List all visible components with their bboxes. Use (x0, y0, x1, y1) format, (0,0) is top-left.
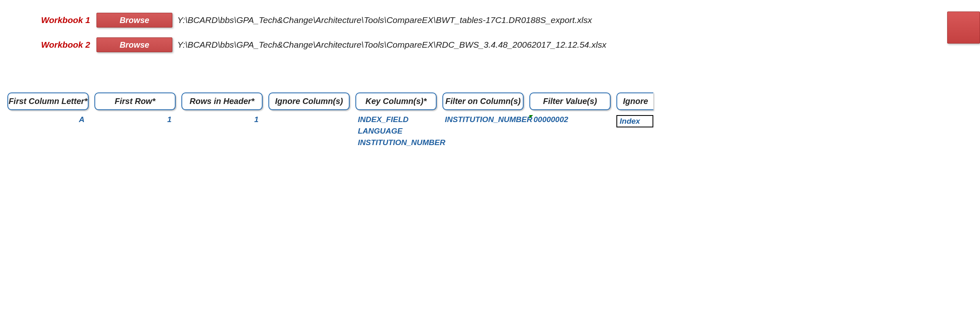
value-key-column-1[interactable]: LANGUAGE (355, 127, 437, 136)
value-key-column-2[interactable]: INSTITUTION_NUMBER (355, 138, 437, 147)
column-first-row: First Row* 1 (94, 92, 176, 124)
value-filter-on-columns[interactable]: INSTITUTION_NUMBER (442, 115, 524, 124)
workbook-section: Workbook 1 Browse Y:\BCARD\bbs\GPA_Tech&… (0, 0, 980, 53)
value-first-row[interactable]: 1 (94, 115, 176, 124)
column-key-columns: Key Column(s)* INDEX_FIELD LANGUAGE INST… (355, 92, 437, 147)
header-filter-on-columns[interactable]: Filter on Column(s) (442, 92, 524, 110)
value-ignore-2: Index (620, 117, 640, 125)
column-filter-values: Filter Value(s) 00000002 (529, 92, 611, 126)
column-ignore-columns: Ignore Column(s) (268, 92, 350, 115)
columns-section: First Column Letter* A First Row* 1 Rows… (0, 62, 980, 147)
workbook1-label: Workbook 1 (41, 15, 94, 25)
value-filter-values-text: 00000002 (534, 115, 568, 124)
column-rows-in-header: Rows in Header* 1 (181, 92, 263, 124)
workbook1-path: Y:\BCARD\bbs\GPA_Tech&Change\Architectur… (177, 15, 592, 25)
value-key-column-0[interactable]: INDEX_FIELD (355, 115, 437, 124)
workbook2-path: Y:\BCARD\bbs\GPA_Tech&Change\Architectur… (177, 40, 607, 50)
error-indicator-icon (529, 115, 533, 119)
action-button[interactable] (947, 12, 980, 44)
browse-button-2[interactable]: Browse (96, 37, 172, 52)
header-first-row[interactable]: First Row* (94, 92, 176, 110)
value-rows-in-header[interactable]: 1 (181, 115, 263, 124)
header-ignore-columns[interactable]: Ignore Column(s) (268, 92, 350, 110)
column-first-letter: First Column Letter* A (7, 92, 89, 124)
value-first-column-letter[interactable]: A (7, 115, 89, 124)
column-ignore-2: Ignore Index (616, 92, 653, 127)
workbook1-row: Workbook 1 Browse Y:\BCARD\bbs\GPA_Tech&… (41, 12, 980, 28)
header-key-columns[interactable]: Key Column(s)* (355, 92, 437, 110)
workbook2-label: Workbook 2 (41, 40, 94, 50)
header-ignore-2[interactable]: Ignore (616, 92, 653, 110)
browse-button-1[interactable]: Browse (96, 13, 172, 28)
header-filter-values[interactable]: Filter Value(s) (529, 92, 611, 110)
value-filter-values[interactable]: 00000002 (529, 115, 611, 126)
selected-cell-ignore2[interactable]: Index (616, 115, 653, 127)
header-first-column-letter[interactable]: First Column Letter* (7, 92, 89, 110)
workbook2-row: Workbook 2 Browse Y:\BCARD\bbs\GPA_Tech&… (41, 37, 980, 53)
column-filter-on-columns: Filter on Column(s) INSTITUTION_NUMBER (442, 92, 524, 124)
header-rows-in-header[interactable]: Rows in Header* (181, 92, 263, 110)
